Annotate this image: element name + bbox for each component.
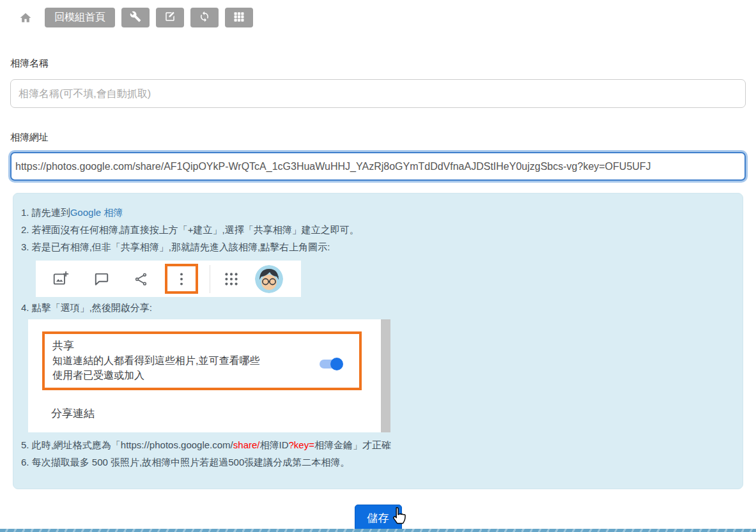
grid-button[interactable] (225, 8, 253, 27)
instruction-5-text-2: 相簿ID (260, 439, 289, 450)
instruction-item-2: 2. 若裡面沒有任何相簿,請直接按上方「+建立」,選擇「共享相簿」建立之即可。 (21, 221, 735, 238)
more-vert-highlight-box (165, 264, 198, 294)
edit-icon (164, 11, 176, 25)
instruction-item-3: 3. 若是已有相簿,但非「共享相簿」,那就請先進入該相簿,點擊右上角圖示: (21, 238, 735, 255)
wrench-button[interactable] (121, 8, 150, 27)
share-section-highlight-box: 共享 知道連結的人都看得到這些相片,並可查看哪些 使用者已受邀或加入 (42, 331, 362, 390)
add-photo-icon (52, 271, 69, 287)
apps-grid-icon (223, 271, 240, 287)
instruction-1-text: 1. 請先連到 (21, 207, 70, 218)
save-row: 儲存 (0, 505, 756, 532)
share-icon (133, 271, 150, 287)
share-toggle-knob (330, 358, 343, 370)
more-vert-icon (173, 271, 190, 287)
google-photos-link[interactable]: Google 相簿 (70, 207, 123, 218)
instruction-5-red-share: share/ (233, 439, 260, 450)
album-name-label: 相簿名稱 (10, 57, 746, 70)
home-icon[interactable] (19, 11, 32, 24)
share-description-line2: 使用者已受邀或加入 (52, 368, 259, 383)
album-url-label: 相簿網址 (10, 132, 746, 144)
instruction-item-6: 6. 每次擷取最多 500 張照片,故相簿中照片若超過500張建議分成第二本相簿… (21, 453, 735, 471)
share-toggle-on (320, 360, 341, 369)
photos-toolbar-screenshot (36, 261, 301, 297)
footer-top-border (0, 529, 756, 532)
comment-icon (93, 271, 110, 287)
album-url-input[interactable] (10, 152, 746, 181)
share-link-label: 分享連結 (51, 406, 95, 421)
toolbar-divider (210, 265, 210, 293)
avatar (255, 265, 283, 293)
wrench-icon (130, 11, 141, 25)
refresh-icon (199, 11, 210, 25)
mouse-cursor-icon (391, 506, 408, 529)
instruction-5-red-key: ?key= (289, 439, 314, 450)
instruction-5-text-1: 5. 此時,網址格式應為「https://photos.google.com/ (21, 439, 233, 450)
instructions-box: 1. 請先連到Google 相簿 2. 若裡面沒有任何相簿,請直接按上方「+建立… (13, 193, 743, 489)
edit-button[interactable] (156, 8, 184, 27)
toolbar: 回模組首頁 (0, 0, 756, 27)
instruction-item-4: 4. 點擊「選項」,然後開啟分享: (21, 299, 735, 316)
share-description-line1: 知道連結的人都看得到這些相片,並可查看哪些 (52, 353, 259, 368)
album-name-input[interactable] (10, 79, 746, 108)
dialog-scrollbar (381, 319, 390, 432)
refresh-button[interactable] (190, 8, 219, 27)
page: 回模組首頁 相簿名稱 (0, 0, 756, 532)
share-section-title: 共享 (52, 338, 74, 353)
instruction-5-text-3: 相簿金鑰」才正確 (314, 439, 391, 450)
grid-icon (233, 11, 245, 25)
instruction-item-1: 1. 請先連到Google 相簿 (21, 204, 735, 221)
share-section-description: 知道連結的人都看得到這些相片,並可查看哪些 使用者已受邀或加入 (52, 353, 259, 383)
instruction-item-5: 5. 此時,網址格式應為「https://photos.google.com/s… (21, 436, 735, 453)
share-dialog-screenshot: 共享 知道連結的人都看得到這些相片,並可查看哪些 使用者已受邀或加入 分享連結 (28, 319, 390, 432)
back-to-module-home-button[interactable]: 回模組首頁 (45, 8, 115, 27)
